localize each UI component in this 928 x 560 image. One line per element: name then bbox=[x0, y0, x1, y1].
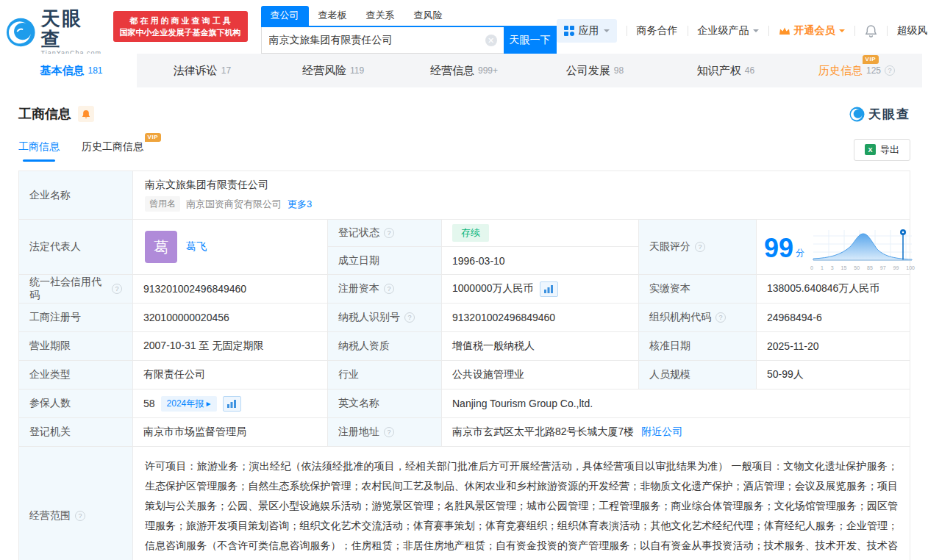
tab-company-development[interactable]: 公司发展98 bbox=[529, 54, 660, 87]
industry-value: 公共设施管理业 bbox=[442, 361, 639, 390]
establish-date-value: 1996-03-10 bbox=[442, 247, 639, 275]
company-name-value: 南京文旅集团有限责任公司 曾用名 南京国资商贸有限公司 更多3 bbox=[133, 171, 910, 220]
reg-address-value: 南京市玄武区太平北路82号长城大厦7楼 附近公司 bbox=[442, 418, 910, 447]
search-tab-risk[interactable]: 查风险 bbox=[404, 6, 452, 26]
help-icon[interactable]: ? bbox=[404, 312, 415, 323]
legal-rep-avatar: 葛 bbox=[145, 231, 177, 263]
excel-icon: X bbox=[865, 144, 876, 155]
tab-basic-info[interactable]: 基本信息181 bbox=[6, 54, 137, 87]
more-former-names-link[interactable]: 更多3 bbox=[288, 198, 312, 211]
taxpayer-quality-label: 纳税人资质 bbox=[328, 332, 442, 361]
menu-enterprise-products[interactable]: 企业级产品 bbox=[698, 24, 759, 37]
former-name-tag: 曾用名 bbox=[145, 196, 180, 212]
help-icon[interactable]: ? bbox=[885, 65, 895, 76]
legal-rep-link[interactable]: 葛飞 bbox=[186, 240, 207, 254]
reg-authority-label: 登记机关 bbox=[19, 418, 133, 447]
company-name-label: 企业名称 bbox=[19, 171, 133, 220]
chevron-down-icon bbox=[604, 29, 610, 35]
help-icon[interactable]: ? bbox=[715, 312, 726, 323]
bell-icon bbox=[82, 110, 90, 119]
site-header: 天眼查 TianYanCha.com 都 在 用 的 商 业 查 询 工 具 国… bbox=[0, 0, 928, 51]
capital-trend-button[interactable] bbox=[540, 281, 558, 297]
main-content: 工商信息 天眼查 工商信息 历史工商信息 VIP X 导出 bbox=[0, 105, 928, 560]
notifications-button[interactable] bbox=[865, 24, 877, 37]
reg-status-value: 存续 bbox=[442, 220, 639, 247]
paid-capital-value: 138005.640846万人民币 bbox=[757, 275, 910, 304]
score-distribution-chart: 0131550859799100 bbox=[810, 227, 915, 270]
english-name-label: 英文名称 bbox=[328, 390, 442, 418]
search-input[interactable] bbox=[262, 27, 504, 53]
primary-tabs: 基本信息181 法律诉讼17 经营风险119 经营信息999+ 公司发展98 知… bbox=[6, 54, 922, 87]
monitor-bell-button[interactable] bbox=[78, 106, 94, 122]
reg-number-label: 工商注册号 bbox=[19, 304, 133, 332]
business-scope-label: 经营范围? bbox=[19, 447, 133, 560]
reg-number-value: 320100000020456 bbox=[133, 304, 328, 332]
subtab-history-business-info[interactable]: 历史工商信息 VIP bbox=[82, 137, 143, 162]
menu-business-cooperation[interactable]: 商务合作 bbox=[637, 24, 678, 37]
score-value: 99 分 bbox=[757, 220, 910, 275]
brand-logo[interactable]: 天眼查 TianYanCha.com bbox=[6, 8, 103, 57]
menu-open-membership[interactable]: 开通会员 bbox=[779, 24, 845, 37]
reg-capital-value: 1000000万人民币 bbox=[442, 275, 639, 304]
tab-operation-risk[interactable]: 经营风险119 bbox=[268, 54, 399, 87]
nearby-companies-link[interactable]: 附近公司 bbox=[641, 426, 682, 439]
divider bbox=[854, 26, 855, 36]
menu-super-risk[interactable]: 超级风... bbox=[897, 24, 928, 37]
search-tab-relation[interactable]: 查关系 bbox=[357, 6, 404, 26]
insured-count-value: 58 2024年报 ▸ bbox=[133, 390, 328, 418]
insured-count-label: 参保人数 bbox=[19, 390, 133, 418]
header-menu: 应用 商务合作 企业级产品 开通会员 超级风... bbox=[557, 19, 928, 43]
brand-name: 天眼查 bbox=[41, 8, 103, 49]
subtab-row: 工商信息 历史工商信息 VIP X 导出 bbox=[18, 137, 910, 162]
reg-capital-label: 注册资本? bbox=[328, 275, 442, 304]
subtab-business-info[interactable]: 工商信息 bbox=[18, 137, 60, 162]
help-icon[interactable]: ? bbox=[75, 511, 85, 521]
apps-grid-icon bbox=[564, 26, 574, 36]
help-icon[interactable]: ? bbox=[695, 242, 705, 252]
trend-chart-icon bbox=[544, 285, 553, 293]
vip-badge: VIP bbox=[145, 133, 161, 142]
reg-address-label: 注册地址? bbox=[328, 418, 442, 447]
approval-date-label: 核准日期 bbox=[639, 332, 757, 361]
search-tab-boss[interactable]: 查老板 bbox=[309, 6, 357, 26]
tab-history-info[interactable]: 历史信息VIP 125 ? bbox=[791, 54, 922, 87]
staff-size-label: 人员规模 bbox=[639, 361, 757, 390]
export-button[interactable]: X 导出 bbox=[854, 139, 910, 161]
help-icon[interactable]: ? bbox=[112, 284, 122, 294]
tab-operation-info[interactable]: 经营信息999+ bbox=[399, 54, 529, 87]
org-code-label: 组织机构代码? bbox=[639, 304, 757, 332]
business-term-value: 2007-10-31 至 无固定期限 bbox=[133, 332, 328, 361]
paid-capital-label: 实缴资本 bbox=[639, 275, 757, 304]
score-unit: 分 bbox=[796, 247, 804, 259]
tab-intellectual-property[interactable]: 知识产权46 bbox=[660, 54, 791, 87]
tab-legal-litigation[interactable]: 法律诉讼17 bbox=[137, 54, 268, 87]
annual-report-tag[interactable]: 2024年报 ▸ bbox=[161, 396, 217, 412]
divider bbox=[887, 26, 888, 36]
search-area: 查公司 查老板 查关系 查风险 ✕ 天眼一下 bbox=[261, 6, 557, 54]
company-type-value: 有限责任公司 bbox=[133, 361, 328, 390]
english-name-value: Nanjing Tourism Group Co.,ltd. bbox=[442, 390, 910, 418]
taxpayer-quality-value: 增值税一般纳税人 bbox=[442, 332, 639, 361]
help-icon[interactable]: ? bbox=[384, 284, 394, 294]
legal-rep-value: 葛 葛飞 bbox=[133, 220, 328, 275]
search-button[interactable]: 天眼一下 bbox=[504, 27, 557, 54]
chevron-down-icon bbox=[839, 29, 845, 35]
apps-label: 应用 bbox=[579, 24, 599, 37]
chevron-down-icon bbox=[753, 29, 759, 35]
reg-status-label: 登记状态? bbox=[328, 220, 442, 247]
divider bbox=[768, 26, 769, 36]
clear-search-icon[interactable]: ✕ bbox=[485, 35, 497, 46]
apps-menu[interactable]: 应用 bbox=[557, 19, 617, 43]
former-name: 南京国资商贸有限公司 bbox=[186, 198, 282, 211]
score-axis-labels: 0131550859799100 bbox=[810, 265, 915, 270]
credit-code-label: 统一社会信用代码? bbox=[19, 275, 133, 304]
insured-trend-button[interactable] bbox=[223, 396, 241, 412]
business-term-label: 营业期限 bbox=[19, 332, 133, 361]
help-icon[interactable]: ? bbox=[384, 228, 394, 238]
search-tab-company[interactable]: 查公司 bbox=[261, 6, 309, 26]
score-marker bbox=[900, 229, 906, 260]
section-title: 工商信息 bbox=[18, 105, 71, 123]
help-icon[interactable]: ? bbox=[384, 427, 394, 437]
crown-icon bbox=[779, 26, 790, 36]
credit-code-value: 913201002496849460 bbox=[133, 275, 328, 304]
